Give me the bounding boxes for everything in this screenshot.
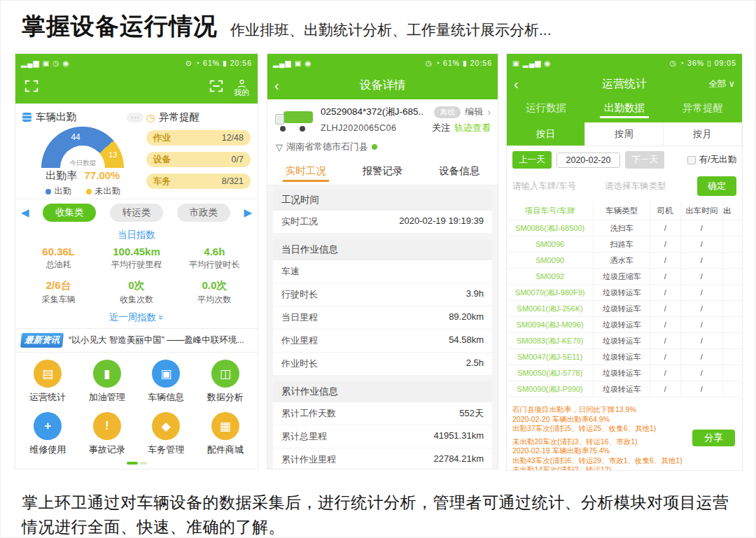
cell-driver: / bbox=[650, 365, 681, 381]
table-row[interactable]: SM0090(湘J-P990) 垃圾转运车 / / bbox=[507, 381, 742, 397]
vehicle-card[interactable]: 02529084*372(湘J-685.. 离线 编辑 › ZLHJ202006… bbox=[267, 99, 498, 141]
track-view-link[interactable]: 轨迹查看 bbox=[454, 122, 491, 134]
column-header: 项目车号/车牌 bbox=[507, 201, 594, 220]
tab-municipal[interactable]: 市政类 bbox=[177, 204, 231, 222]
cell-vehicle-type: 扫路车 bbox=[594, 236, 650, 252]
news-bar[interactable]: 最新资讯 “以小见大 智造美丽中国” ——盈峰中联环境... bbox=[15, 328, 258, 353]
checkbox-icon[interactable] bbox=[687, 156, 696, 164]
cell-vehicle-id[interactable]: SM0070(湘J-980F9) bbox=[507, 285, 594, 300]
app-icon: ! bbox=[93, 412, 121, 440]
cell-clipped bbox=[723, 317, 742, 332]
share-button[interactable]: 分享 bbox=[692, 430, 735, 446]
news-text: “以小见大 智造美丽中国” ——盈峰中联环境... bbox=[69, 334, 244, 346]
follow-button[interactable]: 关注 bbox=[432, 122, 450, 134]
detail-row: 实时工况2020-02-19 19:19:39 bbox=[273, 211, 492, 234]
edit-button[interactable]: 编辑 bbox=[465, 106, 483, 118]
cell-driver: / bbox=[650, 236, 681, 252]
app-header: ‹ 设备详情 bbox=[267, 71, 498, 99]
table-row[interactable]: SM0061(湘J-256K) 垃圾转运车 / / bbox=[507, 301, 742, 317]
segment-by-month[interactable]: 按月 bbox=[664, 122, 742, 146]
legend-dot-yellow bbox=[86, 189, 92, 194]
profile-button[interactable]: 我的 bbox=[234, 78, 249, 97]
notification-row[interactable]: 车辆信息审核 2020-2-19 20:53:34 石门县项目车辆信息审核中 1 bbox=[15, 469, 258, 469]
tab-realtime[interactable]: 实时工况 bbox=[267, 159, 344, 185]
cell-vehicle-id[interactable]: SM0092 bbox=[507, 269, 594, 284]
tab-transfer[interactable]: 转运类 bbox=[110, 204, 164, 222]
section-title: 工况时间 bbox=[273, 190, 492, 211]
cell-vehicle-id[interactable]: SM0094(湘J-M096) bbox=[507, 317, 594, 332]
arrow-left-icon[interactable]: ◀ bbox=[21, 206, 29, 219]
attendance-checkbox-wrap[interactable]: 有/无出勤 bbox=[687, 154, 736, 166]
table-row[interactable]: SM0096 扫路车 / / bbox=[507, 236, 742, 253]
app-entry[interactable]: ◆ 车务管理 bbox=[148, 412, 184, 456]
legend-label: 未出勤 bbox=[94, 185, 120, 197]
table-row[interactable]: SM0083(湘J-KE79) 垃圾转运车 / / bbox=[507, 333, 742, 349]
cell-vehicle-id[interactable]: SM0096 bbox=[507, 236, 594, 252]
cell-clipped bbox=[723, 333, 742, 348]
cell-vehicle-id[interactable]: SM0050(湘J-5778) bbox=[507, 365, 594, 381]
cell-vehicle-id[interactable]: SM0047(湘J-5E11) bbox=[507, 349, 594, 364]
cell-vehicle-id[interactable]: SM0061(湘J-256K) bbox=[507, 301, 594, 316]
app-entry[interactable]: ▦ 配件商城 bbox=[207, 412, 244, 456]
app-entry[interactable]: ◫ 数据分析 bbox=[207, 360, 244, 404]
plate-search-input[interactable]: 请输入车牌/车号 bbox=[512, 180, 601, 192]
app-entry[interactable]: ! 事故记录 bbox=[89, 412, 125, 456]
tab-abnormal-alerts[interactable]: 异常提醒 bbox=[664, 97, 742, 122]
stat-value: 0次 bbox=[97, 279, 175, 292]
cell-vehicle-id[interactable]: SM0090 bbox=[507, 253, 594, 268]
segment-by-week[interactable]: 按周 bbox=[585, 122, 664, 146]
date-input[interactable]: 2020-02-20 bbox=[556, 153, 621, 168]
next-day-button[interactable]: 下一天 bbox=[625, 151, 664, 169]
app-icon: ◆ bbox=[152, 412, 180, 440]
table-row[interactable]: SM0092 垃圾压缩车 / / bbox=[507, 269, 742, 285]
more-button[interactable]: ⋯ bbox=[127, 113, 144, 122]
summary-line: 石门县项目出勤率，日同比下降13.9% bbox=[512, 405, 736, 415]
tab-alarms[interactable]: 报警记录 bbox=[344, 159, 421, 185]
cell-vehicle-type: 垃圾转运车 bbox=[594, 349, 650, 364]
tab-attendance-data[interactable]: 出勤数据 bbox=[585, 97, 664, 122]
app-entry[interactable]: ▣ 车辆信息 bbox=[148, 360, 184, 404]
table-row[interactable]: SM0047(湘J-5E11) 垃圾转运车 / / bbox=[507, 349, 742, 365]
segment-by-day[interactable]: 按日 bbox=[507, 122, 585, 146]
cell-vehicle-type: 洗扫车 bbox=[594, 220, 650, 236]
app-entry[interactable]: ▤ 运营统计 bbox=[29, 360, 66, 404]
alert-pill[interactable]: 作业 12/48 bbox=[146, 130, 251, 146]
table-row[interactable]: SM0090 洒水车 / / bbox=[507, 253, 742, 269]
cell-vehicle-id[interactable]: SM0083(湘J-KE79) bbox=[507, 333, 594, 348]
tab-device-info[interactable]: 设备信息 bbox=[421, 159, 498, 185]
table-row[interactable]: SM0070(湘J-980F9) 垃圾转运车 / / bbox=[507, 285, 742, 301]
table-row[interactable]: SM0086(湘J-68500) 洗扫车 / / bbox=[507, 220, 742, 236]
chevron-right-icon[interactable]: › bbox=[487, 106, 491, 118]
alert-pill[interactable]: 设备 0/7 bbox=[146, 152, 251, 167]
cell-vehicle-id[interactable]: SM0090(湘J-P990) bbox=[507, 381, 594, 397]
alert-value: 8/321 bbox=[222, 176, 244, 186]
confirm-button[interactable]: 确定 bbox=[697, 176, 736, 196]
attendance-summary: 石门县项目出勤率，日同比下降13.9%2020-02-20 车辆出勤率64.9%… bbox=[507, 397, 742, 471]
alerts-title: 异常提醒 bbox=[159, 111, 200, 124]
cell-driver: / bbox=[650, 333, 681, 348]
scan-grid-icon[interactable] bbox=[24, 78, 39, 97]
app-entry[interactable]: + 维修使用 bbox=[29, 412, 66, 456]
vehicle-type-select[interactable]: 请选择车辆类型 bbox=[605, 180, 693, 192]
tab-running-data[interactable]: 运行数据 bbox=[507, 97, 585, 122]
alert-pill[interactable]: 车务 8/321 bbox=[146, 174, 251, 189]
cell-driver: / bbox=[650, 269, 681, 284]
dot-active bbox=[127, 462, 138, 465]
table-row[interactable]: SM0050(湘J-5778) 垃圾转运车 / / bbox=[507, 365, 742, 381]
status-bar: ▂▄▆ ▣ ◷ ◉ ⊙ ◔ 61% ▮ 20:56 bbox=[15, 54, 258, 71]
table-row[interactable]: SM0094(湘J-M096) 垃圾转运车 / / bbox=[507, 317, 742, 333]
arrow-right-icon[interactable]: ▶ bbox=[244, 206, 252, 219]
scan-icon[interactable] bbox=[209, 78, 224, 97]
tab-collection[interactable]: 收集类 bbox=[43, 204, 97, 222]
week-index-link[interactable]: 近一周指数» bbox=[15, 311, 258, 324]
person-icon bbox=[237, 78, 247, 89]
gauge-attended-value: 44 bbox=[71, 132, 80, 142]
prev-day-button[interactable]: 上一天 bbox=[512, 151, 552, 169]
app-entry[interactable]: ▮ 加油管理 bbox=[89, 360, 125, 404]
rate-value: 77.00% bbox=[85, 169, 120, 181]
cell-vehicle-id[interactable]: SM0086(湘J-68500) bbox=[507, 220, 594, 236]
filter-all-dropdown[interactable]: 全部 ∨ bbox=[708, 78, 735, 90]
cell-depart-time: / bbox=[681, 236, 723, 252]
cell-clipped bbox=[723, 220, 742, 236]
detail-row: 累计工作天数552天 bbox=[273, 402, 492, 425]
